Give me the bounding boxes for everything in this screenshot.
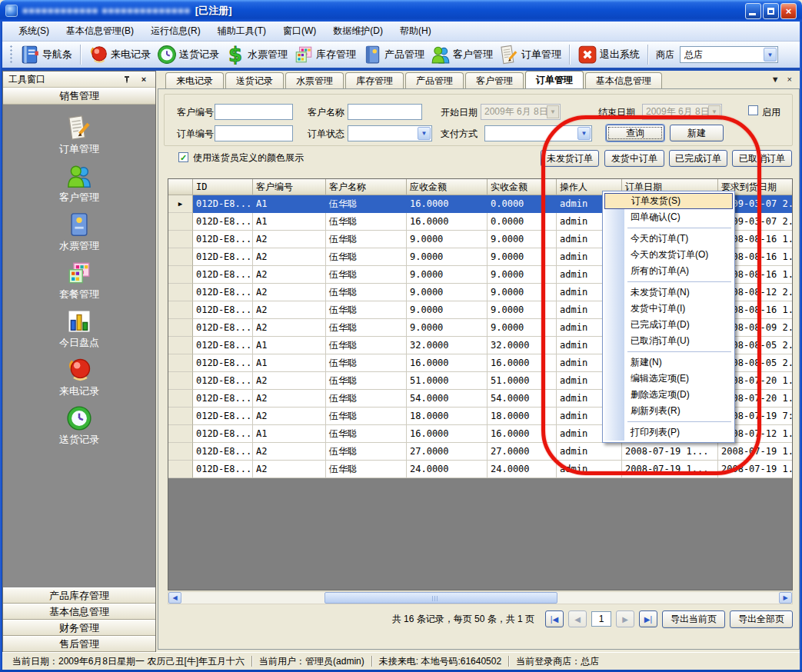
status-button-shipping[interactable]: 发货中订单 [604, 150, 664, 167]
table-row-15[interactable]: 012D-E8...A2伍华聪27.000027.0000admin2008-0… [168, 443, 792, 461]
prev-page-button[interactable]: ◀ [568, 610, 587, 627]
row-selector-cell[interactable] [168, 408, 193, 425]
row-selector-cell[interactable] [168, 425, 193, 443]
sidebar-item-套餐管理[interactable]: 套餐管理 [3, 260, 155, 308]
status-button-completed[interactable]: 已完成订单 [669, 150, 727, 167]
row-selector-cell[interactable] [168, 337, 193, 354]
context-menu-item-未发货订单(N)[interactable]: 未发货订单(N) [604, 284, 733, 301]
enable-checkbox[interactable] [748, 105, 758, 115]
close-button[interactable]: × [780, 3, 797, 19]
menu-item-7[interactable]: 帮助(H) [391, 22, 440, 41]
sidebar-item-送货记录[interactable]: 送货记录 [3, 405, 155, 454]
export-all-pages-button[interactable]: 导出全部页 [730, 610, 793, 628]
end-date-picker[interactable]: 2009年 6月 8日 ▼ [642, 104, 722, 120]
scroll-left-icon[interactable]: ◀ [168, 592, 181, 604]
row-selector-cell[interactable] [168, 390, 193, 408]
minimize-button[interactable] [745, 3, 761, 19]
toolbar-button-产品管理[interactable]: 产品管理 [359, 43, 428, 66]
row-selector-cell[interactable] [168, 266, 193, 284]
last-page-button[interactable]: ▶| [639, 610, 657, 627]
menu-item-1[interactable]: 系统(S) [10, 22, 58, 41]
scroll-right-icon[interactable]: ▶ [779, 592, 792, 604]
context-menu-item-打印列表(P)[interactable]: 打印列表(P) [604, 424, 733, 441]
sidebar-section-基本信息管理[interactable]: 基本信息管理 [3, 604, 155, 620]
toolbar-button-库存管理[interactable]: 库存管理 [291, 43, 359, 66]
grid-column-header-客户编号[interactable]: 客户编号 [253, 179, 326, 195]
row-selector-cell[interactable] [168, 213, 193, 231]
chevron-down-icon[interactable]: ▼ [418, 127, 431, 140]
status-button-unshipped[interactable]: 未发货订单 [541, 150, 599, 167]
context-menu-item-订单发货(S)[interactable]: 订单发货(S) [604, 193, 733, 209]
grid-column-header-实收金额[interactable]: 实收金额 [488, 179, 557, 195]
customer-no-input[interactable] [215, 104, 293, 120]
pay-method-select[interactable]: ▼ [484, 125, 592, 141]
row-selector-cell[interactable] [168, 301, 193, 319]
context-menu-item-今天的发货订单(O)[interactable]: 今天的发货订单(O) [604, 247, 733, 263]
menu-item-4[interactable]: 辅助工具(T) [209, 22, 275, 41]
toolbar-button-退出系统[interactable]: 退出系统 [574, 43, 643, 66]
row-selector-cell[interactable] [168, 354, 193, 372]
scrollbar-thumb[interactable] [324, 592, 557, 604]
menu-item-2[interactable]: 基本信息管理(B) [58, 22, 142, 41]
status-button-cancelled[interactable]: 已取消订单 [732, 150, 792, 167]
sidebar-item-来电记录[interactable]: 来电记录 [3, 357, 155, 405]
context-menu-item-发货中订单(I)[interactable]: 发货中订单(I) [604, 301, 733, 317]
grid-column-header-应收金额[interactable]: 应收金额 [407, 179, 488, 195]
order-no-input[interactable] [215, 125, 293, 141]
toolbar-button-订单管理[interactable]: 订单管理 [496, 43, 564, 66]
chevron-down-icon[interactable]: ▼ [764, 48, 777, 62]
next-page-button[interactable]: ▶ [616, 610, 634, 627]
context-menu-item-已取消订单(U)[interactable]: 已取消订单(U) [604, 333, 733, 349]
row-selector-cell[interactable] [168, 284, 193, 301]
table-row-16[interactable]: 012D-E8...A2伍华聪24.000024.0000admin2008-0… [168, 461, 792, 478]
store-select[interactable]: 总店 ▼ [680, 46, 778, 63]
sidebar-section-产品库存管理[interactable]: 产品库存管理 [3, 587, 155, 604]
context-menu-item-回单确认(C)[interactable]: 回单确认(C) [604, 209, 733, 225]
scrollbar-track[interactable] [181, 592, 779, 604]
sidebar-section-sales[interactable]: 销售管理 [3, 88, 155, 105]
row-selector-cell[interactable] [168, 248, 193, 266]
menu-item-3[interactable]: 运行信息(R) [142, 22, 209, 41]
toolbar-button-水票管理[interactable]: $水票管理 [222, 43, 291, 66]
sidebar-section-售后管理[interactable]: 售后管理 [3, 636, 155, 652]
row-selector-cell[interactable] [168, 372, 193, 390]
grid-column-header-客户名称[interactable]: 客户名称 [326, 179, 407, 195]
menu-item-6[interactable]: 数据维护(D) [324, 22, 391, 41]
start-date-picker[interactable]: 2009年 6月 8日 ▼ [481, 104, 561, 120]
sidebar-item-水票管理[interactable]: 水票管理 [3, 211, 155, 260]
customer-name-input[interactable] [348, 104, 422, 120]
row-selector-cell[interactable] [168, 319, 193, 337]
context-menu-item-所有的订单(A)[interactable]: 所有的订单(A) [604, 263, 733, 279]
pin-icon[interactable] [121, 74, 133, 85]
sidebar-item-今日盘点[interactable]: 今日盘点 [3, 308, 155, 357]
first-page-button[interactable]: |◀ [545, 610, 564, 627]
context-menu-item-已完成订单(D)[interactable]: 已完成订单(D) [604, 317, 733, 333]
row-selector-cell[interactable] [168, 443, 193, 461]
sidebar-close-icon[interactable]: × [138, 74, 150, 85]
toolbar-button-导航条[interactable]: 导航条 [17, 43, 75, 66]
page-number-input[interactable] [591, 611, 611, 627]
context-menu-item-新建(N)[interactable]: 新建(N) [604, 354, 733, 371]
new-button[interactable]: 新建 [670, 125, 724, 141]
context-menu-item-刷新列表(R)[interactable]: 刷新列表(R) [604, 403, 733, 419]
toolbar-button-来电记录[interactable]: 来电记录 [85, 43, 154, 66]
sidebar-item-订单管理[interactable]: 订单管理 [3, 115, 155, 163]
context-menu-item-删除选定项(D)[interactable]: 删除选定项(D) [604, 387, 733, 403]
grid-column-header-ID[interactable]: ID [193, 179, 253, 195]
menu-item-5[interactable]: 窗口(W) [275, 22, 324, 41]
toolbar-button-客户管理[interactable]: 客户管理 [428, 43, 496, 66]
sidebar-item-客户管理[interactable]: 客户管理 [3, 163, 155, 211]
row-selector-cell[interactable] [168, 231, 193, 248]
sidebar-section-财务管理[interactable]: 财务管理 [3, 620, 155, 636]
export-current-page-button[interactable]: 导出当前页 [662, 610, 725, 628]
maximize-button[interactable] [763, 3, 779, 19]
toolbar-grip-handle[interactable] [9, 45, 13, 65]
context-menu-item-今天的订单(T)[interactable]: 今天的订单(T) [604, 231, 733, 247]
order-status-select[interactable]: ▼ [348, 125, 432, 141]
row-selector-cell[interactable]: ▶ [168, 195, 193, 213]
tab-订单管理[interactable]: 订单管理 [525, 71, 584, 88]
query-button[interactable]: 查询 [606, 125, 664, 141]
horizontal-scrollbar[interactable]: ◀ ▶ [168, 591, 793, 604]
chevron-down-icon[interactable]: ▼ [577, 127, 591, 140]
context-menu-item-编辑选定项(E)[interactable]: 编辑选定项(E) [604, 371, 733, 387]
